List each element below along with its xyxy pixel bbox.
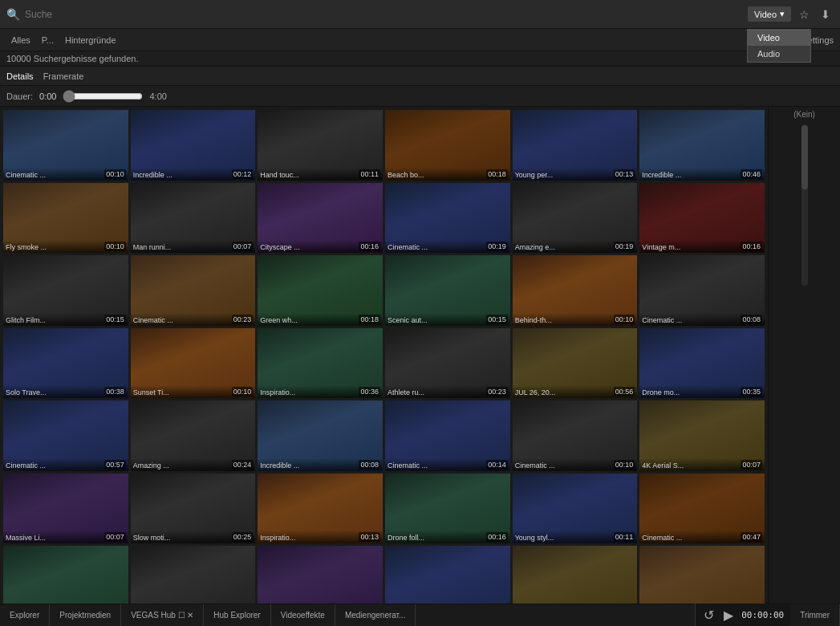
video-thumb[interactable]: Inspiratio...00:36: [258, 328, 383, 399]
video-thumb[interactable]: Glitch Film...00:15: [3, 255, 128, 326]
thumb-title: Glitch Film...: [6, 316, 46, 324]
video-thumb[interactable]: Behind-th...00:10: [513, 255, 638, 326]
video-thumb[interactable]: Man with ...00:08: [385, 546, 510, 604]
tab-projektmedien[interactable]: Projektmedien: [50, 604, 121, 626]
video-thumb[interactable]: Cinematic ...00:23: [131, 255, 256, 326]
dropdown-video-option[interactable]: Video: [748, 30, 810, 46]
video-thumb[interactable]: JUL 26, 20...00:56: [513, 328, 638, 399]
thumb-duration: 00:35: [741, 387, 762, 396]
right-scrollbar[interactable]: [801, 125, 808, 286]
video-dropdown-button[interactable]: Video ▾: [748, 6, 791, 22]
search-input[interactable]: [25, 9, 743, 20]
play-button[interactable]: ▶: [722, 606, 735, 624]
thumb-overlay: Glitch Film...00:15: [3, 313, 128, 326]
filter-hintergruende[interactable]: Hintergründe: [60, 34, 121, 47]
video-thumb[interactable]: Cinematic ...00:08: [639, 255, 765, 326]
thumb-overlay: Cityscape ...00:16: [258, 240, 383, 253]
thumb-duration: 00:08: [359, 460, 380, 470]
thumb-duration: 00:18: [486, 169, 508, 179]
thumb-title: Slow moti...: [133, 534, 171, 542]
scrollbar-thumb[interactable]: [801, 125, 808, 189]
thumb-title: Incredible ...: [133, 171, 172, 179]
video-thumb[interactable]: Beach bo...00:18: [385, 110, 510, 181]
thumb-overlay: Green wh...00:18: [258, 313, 383, 326]
tab-videoeffekte[interactable]: Videoeffekte: [271, 604, 335, 626]
video-thumb[interactable]: Solo Trave...00:38: [3, 328, 128, 399]
download-button[interactable]: ⬇: [818, 6, 834, 22]
thumb-overlay: Young styl...00:11: [513, 530, 638, 543]
tab-explorer[interactable]: Explorer: [0, 604, 50, 626]
thumb-overlay: Slow moti...00:25: [131, 530, 256, 543]
video-thumb[interactable]: 4K Aerial S...00:07: [639, 400, 765, 471]
dropdown-audio-option[interactable]: Audio: [748, 46, 810, 62]
thumb-background: [3, 546, 128, 604]
thumb-duration: 00:13: [359, 532, 380, 542]
thumb-duration: 00:47: [741, 532, 762, 542]
search-icon[interactable]: 🔍: [6, 8, 20, 21]
filter-people[interactable]: P...: [37, 34, 59, 47]
duration-slider[interactable]: [63, 90, 143, 103]
video-thumb[interactable]: Connectin...00:15: [3, 546, 128, 604]
video-thumb[interactable]: Cinematic ...00:15: [131, 546, 256, 604]
thumb-duration: 00:10: [104, 242, 126, 251]
video-thumb[interactable]: Particles e...00:12: [258, 546, 383, 604]
video-thumb[interactable]: Incredible ...00:12: [131, 110, 256, 181]
thumb-overlay: Vintage m...00:16: [639, 240, 765, 253]
video-thumb[interactable]: Green wh...00:18: [258, 255, 383, 326]
video-thumb[interactable]: Young per...00:13: [513, 110, 638, 181]
playback-area: ↺ ▶ 00:00:00: [695, 603, 790, 626]
video-thumb[interactable]: Scenic aut...00:15: [385, 255, 510, 326]
thumb-duration: 00:57: [104, 460, 126, 470]
video-thumb[interactable]: Incredible ...00:46: [639, 110, 765, 181]
thumb-title: 4K Aerial S...: [642, 461, 684, 470]
thumb-duration: 00:11: [359, 169, 380, 179]
framerate-option[interactable]: Framerate: [43, 71, 84, 81]
video-thumb[interactable]: Cinematic ...00:19: [639, 546, 765, 604]
thumb-title: Solo Trave...: [6, 388, 47, 396]
video-thumb[interactable]: Incredible ...00:08: [258, 400, 383, 471]
video-thumb[interactable]: Aerial view...00:28: [513, 546, 638, 604]
tab-hub-explorer[interactable]: Hub Explorer: [204, 604, 270, 626]
thumb-overlay: 4K Aerial S...00:07: [639, 458, 765, 471]
star-button[interactable]: ☆: [796, 6, 813, 22]
thumb-duration: 00:08: [741, 315, 762, 324]
details-option[interactable]: Details: [6, 71, 34, 81]
tab-trimmer[interactable]: Trimmer: [790, 604, 840, 626]
duration-max: 4:00: [149, 91, 166, 101]
video-grid-container[interactable]: Cinematic ...00:10Incredible ...00:12Han…: [0, 107, 768, 604]
video-thumb[interactable]: Cinematic ...00:10: [513, 400, 638, 471]
tab-mediengenerator[interactable]: Mediengenerат...: [335, 604, 416, 626]
video-thumb[interactable]: Cityscape ...00:16: [258, 183, 383, 254]
thumb-overlay: Hand touc...00:11: [258, 168, 383, 181]
video-thumb[interactable]: Amazing e...00:19: [513, 183, 638, 254]
video-thumb[interactable]: Young styl...00:11: [513, 474, 638, 544]
video-thumb[interactable]: Athlete ru...00:23: [385, 328, 510, 399]
video-thumb[interactable]: Vintage m...00:16: [639, 183, 765, 254]
video-thumb[interactable]: Sunset Ti...00:10: [131, 328, 256, 399]
thumb-overlay: Cinematic ...00:23: [131, 313, 256, 326]
thumb-title: Drone mo...: [642, 388, 680, 396]
video-thumb[interactable]: Massive Li...00:07: [3, 474, 128, 544]
video-thumb[interactable]: Cinematic ...00:14: [385, 400, 510, 471]
video-thumb[interactable]: Slow moti...00:25: [131, 474, 256, 544]
video-thumb[interactable]: Drone mo...00:35: [639, 328, 765, 399]
dropdown-arrow-icon: ▾: [780, 9, 785, 19]
filter-alles[interactable]: Alles: [6, 34, 35, 47]
video-grid: Cinematic ...00:10Incredible ...00:12Han…: [3, 110, 765, 604]
video-thumb[interactable]: Amazing ...00:24: [131, 400, 256, 471]
video-thumb[interactable]: Cinematic ...00:47: [639, 474, 765, 544]
video-thumb[interactable]: Man runni...00:07: [131, 183, 256, 254]
thumb-duration: 00:10: [104, 169, 126, 179]
video-thumb[interactable]: Hand touc...00:11: [258, 110, 383, 181]
video-thumb[interactable]: Cinematic ...00:19: [385, 183, 510, 254]
loop-button[interactable]: ↺: [702, 606, 716, 624]
video-thumb[interactable]: Cinematic ...00:57: [3, 400, 128, 471]
thumb-title: Cinematic ...: [642, 316, 682, 324]
video-thumb[interactable]: Cinematic ...00:10: [3, 110, 128, 181]
thumb-overlay: Cinematic ...00:10: [3, 168, 128, 181]
video-thumb[interactable]: Drone foll...00:16: [385, 474, 510, 544]
thumb-duration: 00:10: [614, 460, 635, 470]
video-thumb[interactable]: Inspiratio...00:13: [258, 474, 383, 544]
video-thumb[interactable]: Fly smoke ...00:10: [3, 183, 128, 254]
tab-vegas-hub[interactable]: VEGAS Hub ☐ ✕: [121, 604, 204, 626]
